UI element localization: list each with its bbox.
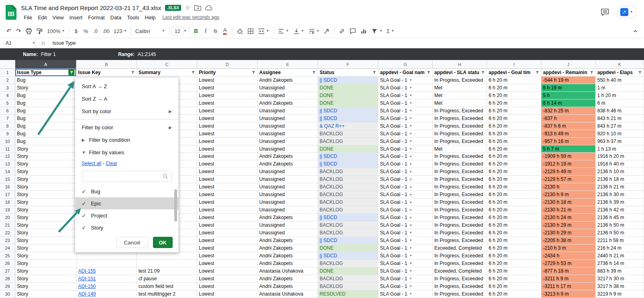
cell-remaining[interactable]: -837 h 6 m — [541, 122, 596, 130]
cell-issue-type[interactable]: Story — [15, 260, 76, 267]
cell-elapsed[interactable]: 216 h 24 m — [596, 244, 644, 252]
column-letter-A[interactable]: A — [15, 60, 76, 69]
cell-goal-time[interactable]: 6 h 20 m — [487, 191, 541, 199]
cell-elapsed[interactable]: 2136 h 30 m — [596, 191, 644, 199]
cell-elapsed[interactable]: 2136 h 39 m — [596, 199, 644, 206]
cell-assignee[interactable]: Unassigned — [258, 145, 318, 153]
dropdown-caret-icon[interactable]: ▼ — [409, 269, 412, 272]
filter-icon[interactable] — [372, 70, 376, 74]
cell-issue-type[interactable]: Story — [15, 275, 76, 283]
cell-assignee[interactable]: Anastasia Ushakova — [258, 267, 318, 275]
header-cell[interactable]: appdevi - Goal nam — [378, 69, 433, 77]
cell-status[interactable]: BACKLOG — [318, 221, 378, 229]
cell-issue-type[interactable]: Bug — [15, 138, 76, 145]
cell-goal-name[interactable]: SLA Goal - 1▼ — [378, 267, 433, 275]
menu-item-sort-az[interactable]: Sort A → Z — [75, 80, 178, 93]
filter-icon[interactable] — [427, 70, 431, 74]
cell-issue-type[interactable]: Story — [15, 199, 76, 206]
cell-assignee[interactable]: Andrii Zakopets — [258, 252, 318, 260]
text-color-button[interactable]: A — [220, 26, 230, 36]
fill-color-button[interactable] — [234, 26, 245, 36]
cell-issue-type[interactable]: Story — [15, 160, 76, 168]
cell-priority[interactable]: Lowest — [197, 122, 258, 130]
dropdown-caret-icon[interactable]: ▼ — [409, 285, 412, 288]
cell-issue-type[interactable]: Story — [15, 191, 76, 199]
cell-status[interactable]: DONE — [318, 244, 378, 252]
row-number[interactable]: 27 — [0, 267, 15, 275]
cell-goal-time[interactable]: 6 h 20 m — [487, 260, 541, 267]
cell-goal-time[interactable]: 6 h 20 m — [487, 206, 541, 214]
row-number[interactable]: 12 — [0, 153, 15, 160]
cell-issue-type[interactable]: Bug — [15, 92, 76, 99]
cell-sla-status[interactable]: In Progress, Exceeded — [433, 290, 487, 298]
cell-goal-name[interactable]: SLA Goal - 1▼ — [378, 168, 433, 176]
row-number[interactable]: 20 — [0, 214, 15, 221]
cell-status[interactable]: & QAZ R++ — [318, 122, 378, 130]
cell-issue-type[interactable]: Bug — [15, 77, 76, 84]
row-number[interactable]: 28 — [0, 275, 15, 283]
menu-tools[interactable]: Tools — [124, 14, 142, 21]
cell-assignee[interactable]: Andrii Zakopets — [258, 77, 318, 84]
cell-assignee[interactable]: Andrii Zakopets — [258, 244, 318, 252]
scrollbar-thumb[interactable] — [174, 189, 177, 221]
cell-goal-time[interactable]: 6 h 20 m — [487, 244, 541, 252]
cell-issue-key[interactable]: ADI-155 — [76, 267, 137, 275]
cell-goal-time[interactable]: 6 h 20 m — [487, 214, 541, 221]
cell-goal-time[interactable]: 6 h 20 m — [487, 107, 541, 115]
cell-status[interactable]: || SDCD — [318, 160, 378, 168]
cell-elapsed[interactable]: 6 m — [596, 99, 644, 107]
cell-priority[interactable]: Lowest — [197, 160, 258, 168]
cell-issue-key[interactable] — [76, 260, 137, 267]
cell-sla-status[interactable]: Met — [433, 99, 487, 107]
menu-file[interactable]: File — [21, 14, 35, 21]
cell-status[interactable]: BACKLOG — [318, 191, 378, 199]
cell-priority[interactable]: Lowest — [197, 130, 258, 138]
cell-sla-status[interactable]: Exceeded, Completed — [433, 244, 487, 252]
cell-goal-name[interactable]: SLA Goal - 1▼ — [378, 290, 433, 298]
header-cell[interactable]: appdevi - Elaps — [596, 69, 644, 77]
cell-sla-status[interactable]: In Progress, Exceeded — [433, 283, 487, 290]
cell-goal-name[interactable]: SLA Goal - 1▼ — [378, 206, 433, 214]
menu-format[interactable]: Format — [85, 14, 107, 21]
cell-goal-time[interactable]: 6 h 20 m — [487, 199, 541, 206]
vertical-align-button[interactable]: ▼ — [291, 26, 306, 36]
filter-icon[interactable] — [590, 70, 594, 74]
header-cell[interactable]: Priority — [197, 69, 258, 77]
merge-cells-button[interactable]: ▼ — [256, 26, 271, 36]
cell-elapsed[interactable]: 3219 h 9 m — [596, 290, 644, 298]
cell-summary[interactable]: test multitrigger 2 — [137, 290, 197, 298]
insert-link-button[interactable] — [336, 26, 347, 36]
row-number[interactable]: 15 — [0, 176, 15, 183]
row-number[interactable]: 3 — [0, 84, 15, 92]
cell-goal-name[interactable]: SLA Goal - 1▼ — [378, 115, 433, 122]
cell-issue-key[interactable]: ADI-150 — [76, 283, 137, 290]
cell-priority[interactable]: Lowest — [197, 107, 258, 115]
move-folder-icon[interactable] — [194, 5, 201, 11]
cell-issue-type[interactable]: Story — [15, 244, 76, 252]
cell-status[interactable]: DONE — [318, 84, 378, 92]
cell-goal-time[interactable]: 6 h 20 m — [487, 221, 541, 229]
cell-goal-time[interactable]: 6 h 20 m — [487, 160, 541, 168]
cell-priority[interactable]: Lowest — [197, 183, 258, 191]
cell-priority[interactable]: Lowest — [197, 214, 258, 221]
row-number[interactable]: 16 — [0, 183, 15, 191]
cell-sla-status[interactable]: In Progress, Exceeded — [433, 115, 487, 122]
dropdown-caret-icon[interactable]: ▼ — [409, 277, 412, 280]
column-letter-G[interactable]: G — [378, 60, 433, 69]
comment-history-icon[interactable] — [601, 8, 609, 17]
cell-goal-time[interactable]: 6 h 20 m — [487, 275, 541, 283]
cell-goal-name[interactable]: SLA Goal - 1▼ — [378, 99, 433, 107]
filter-icon[interactable] — [131, 70, 135, 74]
header-cell[interactable]: appdevi - Goal tim — [487, 69, 541, 77]
cell-elapsed[interactable]: 843 h 27 m — [596, 122, 644, 130]
filter-icon[interactable] — [252, 70, 256, 74]
cell-elapsed[interactable]: 2211 h 59 m — [596, 237, 644, 244]
cell-remaining[interactable]: -2130 h 29 m — [541, 229, 596, 237]
cell-sla-status[interactable]: In Progress, Exceeded — [433, 77, 487, 84]
cell-goal-name[interactable]: SLA Goal - 1▼ — [378, 107, 433, 115]
cell-assignee[interactable]: Andrii Zakopets — [258, 275, 318, 283]
menu-view[interactable]: View — [50, 14, 66, 21]
dropdown-caret-icon[interactable]: ▼ — [409, 224, 412, 227]
row-number[interactable]: 10 — [0, 138, 15, 145]
cell-priority[interactable]: Lowest — [197, 237, 258, 244]
